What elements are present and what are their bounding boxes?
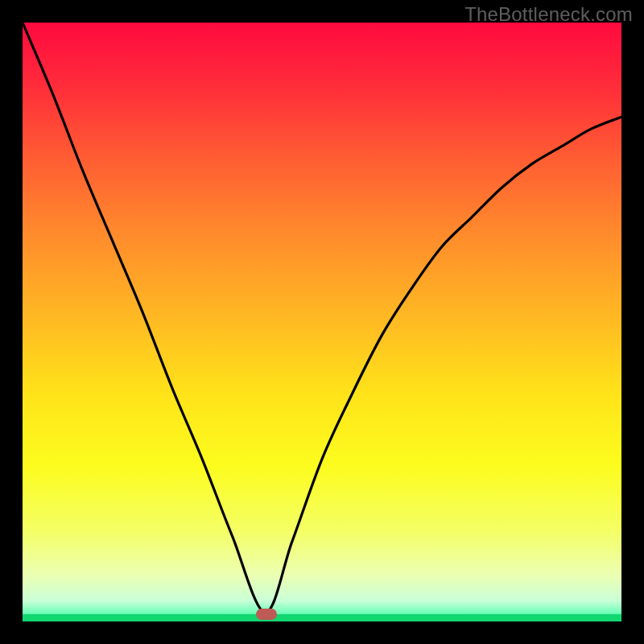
bottleneck-plot [23, 23, 621, 621]
optimal-marker [256, 609, 277, 620]
chart-container: TheBottleneck.com [0, 0, 644, 644]
green-floor [23, 614, 621, 621]
plot-frame [23, 23, 621, 621]
watermark-text: TheBottleneck.com [464, 3, 633, 25]
gradient-background [23, 23, 621, 621]
